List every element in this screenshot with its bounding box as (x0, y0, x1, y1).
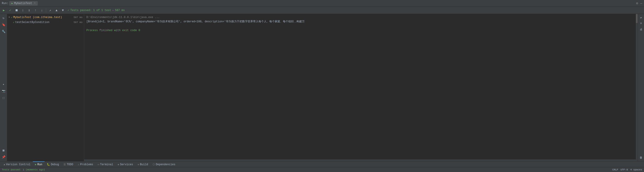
rerun-failed-button[interactable]: ↧ (26, 7, 32, 13)
debug-icon: 🐛 (47, 163, 50, 166)
tree-label-root: MybatisTest (com.itheima.test) (13, 16, 62, 19)
main-area: ↻ 🔖 🔧 ✦ 📷 ⬚ ▦ 📌 ▼ ✓ MybatisTest (com.ith… (0, 14, 644, 161)
status-crlf[interactable]: CRLF (612, 169, 618, 171)
run-tab[interactable]: ▶ MybatisTest × (9, 1, 38, 6)
toolbar: ▶ ✓ ⏹ ↕ ↧ ↑ ↓ ↗ ▲ ▼ ✓ Tests passed: 1 of… (0, 7, 644, 14)
separator-1 (46, 8, 46, 12)
tab-terminal-label: Terminal (100, 163, 113, 166)
tab-bar: Run: ▶ MybatisTest × ⚙ — (0, 0, 644, 7)
output-panel: D:\Environments\jdk-11.0.0.1\bin\java.ex… (84, 14, 638, 161)
rerun-button[interactable]: ↕ (20, 7, 26, 13)
tests-passed-checkmark: ✓ (68, 8, 69, 12)
right-icon-print[interactable]: 🖨 (638, 27, 644, 32)
sidebar-icon-exit[interactable]: ⬚ (0, 95, 7, 101)
tree-duration-root: 587 ms (74, 16, 82, 19)
horizontal-scrollbar[interactable] (84, 159, 638, 161)
sidebar-icon-pin[interactable]: 📌 (0, 154, 7, 160)
toggle-auto-scroll[interactable]: ↑ (32, 7, 38, 13)
sidebar-icon-bookmark[interactable]: 🔖 (0, 22, 7, 28)
tab-version-control-label: Version Control (6, 163, 30, 166)
stop-button[interactable]: ⏹ (14, 7, 20, 13)
todo-icon: ☰ (64, 163, 66, 166)
output-line-3 (86, 24, 636, 28)
tree-arrow-root: ▼ (8, 16, 10, 18)
run-icon: ▶ (35, 163, 37, 166)
minimize-icon[interactable]: — (640, 1, 642, 5)
separator-dash: – (112, 9, 114, 12)
services-icon: ◈ (118, 163, 119, 166)
bottom-toolbar: ▲ Version Control ▶ Run 🐛 Debug ☰ TODO ⚠… (0, 161, 644, 167)
tab-close-button[interactable]: × (34, 2, 36, 4)
right-sidebar: ⇌ ≡ 🖨 🗑 (638, 14, 644, 161)
status-indent[interactable]: 4 spaces (630, 169, 642, 171)
tab-run-label: Run (37, 163, 42, 166)
sidebar-icon-recent[interactable]: ↻ (0, 15, 7, 21)
check-icon-root: ✓ (11, 16, 12, 19)
toggle-collapse[interactable]: ↓ (39, 7, 45, 13)
right-icon-wrap[interactable]: ⇌ (638, 15, 644, 20)
output-line-2: [Brand{id=2, brandName='华为', companyName… (86, 20, 636, 24)
tree-duration-child-0: 587 ms (74, 21, 82, 24)
export-button[interactable]: ↗ (47, 7, 53, 13)
tab-services[interactable]: ◈ Services (115, 161, 135, 167)
version-control-icon: ▲ (4, 163, 5, 166)
settings-icon[interactable]: ⚙ (636, 1, 638, 5)
right-icon-lines[interactable]: ≡ (638, 21, 644, 26)
tests-passed-status: ✓ Tests passed: 1 of 1 test – 587 ms (68, 8, 125, 12)
status-encoding[interactable]: UTF-8 (620, 169, 628, 171)
test-tree: ▼ ✓ MybatisTest (com.itheima.test) 587 m… (7, 14, 84, 161)
up-button[interactable]: ▲ (54, 7, 60, 13)
sidebar-icon-grid[interactable]: ▦ (0, 147, 7, 154)
tree-row-child-0[interactable]: ✓ testSelectByCondition 587 ms (7, 20, 84, 25)
problems-icon: ⚠ (78, 163, 79, 166)
tab-deps-label: Dependencies (156, 163, 175, 166)
deps-icon: ⬡ (153, 163, 155, 166)
sidebar-icon-camera[interactable]: 📷 (0, 88, 7, 94)
tab-problems-label: Problems (80, 163, 93, 166)
tab-todo-label: TODO (67, 163, 73, 166)
tab-bar-actions: ⚙ — (636, 1, 642, 5)
tab-build[interactable]: ⚒ Build (135, 161, 150, 167)
output-line-1: D:\Environments\jdk-11.0.0.1\bin\java.ex… (86, 15, 636, 20)
run-tab-name: MybatisTest (14, 2, 32, 5)
vertical-scrollbar[interactable] (636, 14, 638, 161)
run-button[interactable]: ▶ (1, 7, 7, 13)
build-icon: ⚒ (138, 163, 139, 166)
tab-dependencies[interactable]: ⬡ Dependencies (150, 161, 178, 167)
tab-build-label: Build (140, 163, 148, 166)
left-sidebar: ↻ 🔖 🔧 ✦ 📷 ⬚ ▦ 📌 (0, 14, 7, 161)
tab-terminal[interactable]: ▭ Terminal (96, 161, 115, 167)
passed-check-button[interactable]: ✓ (7, 7, 13, 13)
status-bar: Tests passed: 1 (moments ago) CRLF UTF-8… (0, 167, 644, 172)
output-line-4: Process finished with exit code 0 (86, 28, 636, 33)
run-label: Run: (2, 2, 8, 5)
run-tab-icon: ▶ (12, 2, 13, 5)
scrollbar-thumb (636, 14, 638, 23)
tab-run[interactable]: ▶ Run (33, 161, 44, 167)
right-icon-trash[interactable]: 🗑 (638, 155, 644, 160)
tab-version-control[interactable]: ▲ Version Control (1, 161, 33, 167)
tree-row-root[interactable]: ▼ ✓ MybatisTest (com.itheima.test) 587 m… (7, 15, 84, 20)
tests-passed-time: 587 ms (115, 9, 124, 12)
status-right: CRLF UTF-8 4 spaces (612, 169, 642, 171)
output-content: D:\Environments\jdk-11.0.0.1\bin\java.ex… (84, 14, 638, 159)
check-icon-child-0: ✓ (13, 21, 14, 24)
sidebar-icon-wrench[interactable]: 🔧 (0, 28, 7, 35)
tab-services-label: Services (120, 163, 133, 166)
tests-passed-text: Tests passed: 1 of 1 test (70, 9, 111, 12)
tree-label-child-0: testSelectByCondition (15, 21, 49, 24)
tab-debug-label: Debug (51, 163, 59, 166)
tab-debug[interactable]: 🐛 Debug (44, 161, 61, 167)
test-results-panel: ▼ ✓ MybatisTest (com.itheima.test) 587 m… (7, 14, 84, 161)
tab-problems[interactable]: ⚠ Problems (76, 161, 96, 167)
sidebar-icon-star[interactable]: ✦ (0, 81, 7, 87)
status-tests-passed: Tests passed: 1 (moments ago) (2, 169, 45, 171)
down-button[interactable]: ▼ (60, 7, 66, 13)
tab-todo[interactable]: ☰ TODO (61, 161, 76, 167)
terminal-icon: ▭ (98, 163, 99, 166)
